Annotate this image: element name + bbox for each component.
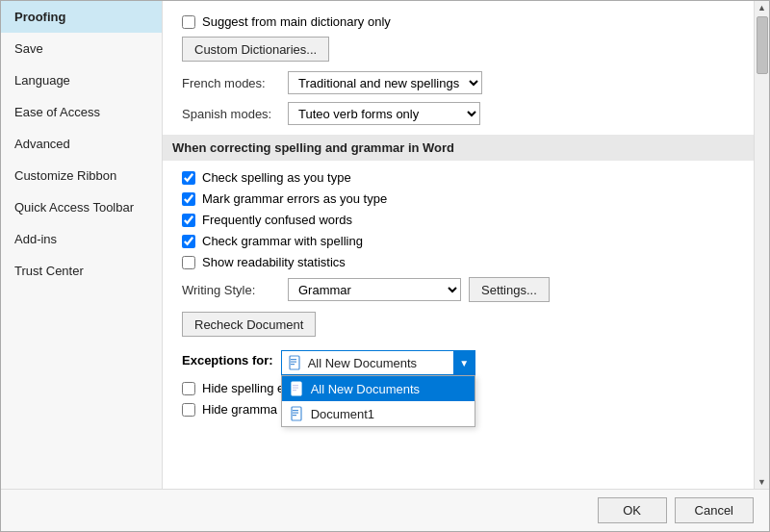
sidebar-item-trust-center[interactable]: Trust Center <box>1 255 162 287</box>
custom-dictionaries-button[interactable]: Custom Dictionaries... <box>182 37 329 62</box>
show-readability-label: Show readability statistics <box>202 255 346 269</box>
suggest-dictionary-row: Suggest from main dictionary only <box>182 14 734 29</box>
dialog-footer: OK Cancel <box>1 489 769 531</box>
down-arrow-icon: ▼ <box>757 477 766 487</box>
svg-rect-4 <box>292 382 301 395</box>
sidebar-item-customize-ribbon[interactable]: Customize Ribbon <box>1 160 162 191</box>
suggest-dictionary-label: Suggest from main dictionary only <box>202 14 391 29</box>
writing-style-label: Writing Style: <box>182 283 288 297</box>
up-arrow-icon: ▲ <box>757 3 766 13</box>
svg-rect-5 <box>293 385 298 386</box>
frequently-confused-checkbox[interactable] <box>182 214 195 227</box>
exceptions-dropdown-container: All New Documents ▼ All New Documents <box>281 350 475 375</box>
exceptions-header-row: Exceptions for: All New Documents ▼ <box>182 350 734 375</box>
spanish-modes-select[interactable]: Tuteo verb forms only <box>288 102 480 125</box>
svg-rect-7 <box>293 390 296 391</box>
hide-grammar-label: Hide gramma <box>202 402 277 417</box>
ok-button[interactable]: OK <box>598 497 667 523</box>
sidebar-item-quick-access-toolbar[interactable]: Quick Access Toolbar <box>1 191 162 223</box>
frequently-confused-label: Frequently confused words <box>202 213 352 227</box>
exceptions-doc-icon <box>288 355 303 370</box>
document1-doc-icon <box>290 406 305 421</box>
document1-label: Document1 <box>311 407 374 421</box>
dialog-body: Proofing Save Language Ease of Access Ad… <box>1 1 769 489</box>
scrollbar-down-arrow[interactable]: ▼ <box>755 475 770 489</box>
svg-rect-2 <box>291 362 296 363</box>
scrollbar-up-arrow[interactable]: ▲ <box>755 1 770 14</box>
writing-style-select[interactable]: Grammar <box>288 278 461 301</box>
check-grammar-label: Check grammar with spelling <box>202 234 363 248</box>
sidebar: Proofing Save Language Ease of Access Ad… <box>1 1 163 489</box>
sidebar-item-ease-of-access[interactable]: Ease of Access <box>1 96 162 128</box>
suggest-dictionary-checkbox[interactable] <box>182 15 195 29</box>
svg-rect-11 <box>293 415 296 416</box>
show-readability-row: Show readability statistics <box>182 255 734 269</box>
svg-rect-6 <box>293 388 298 389</box>
french-modes-row: French modes: Traditional and new spelli… <box>182 71 734 94</box>
check-grammar-checkbox[interactable] <box>182 235 195 248</box>
check-grammar-row: Check grammar with spelling <box>182 234 734 248</box>
word-options-dialog: Proofing Save Language Ease of Access Ad… <box>0 0 770 532</box>
show-readability-checkbox[interactable] <box>182 256 195 269</box>
mark-grammar-row: Mark grammar errors as you type <box>182 191 734 206</box>
svg-rect-0 <box>290 356 299 369</box>
scrollbar-thumb[interactable] <box>757 16 768 74</box>
spelling-grammar-section-header: When correcting spelling and grammar in … <box>163 135 754 161</box>
svg-rect-10 <box>293 413 298 414</box>
mark-grammar-checkbox[interactable] <box>182 192 195 206</box>
svg-rect-3 <box>291 364 295 365</box>
chevron-down-icon: ▼ <box>459 358 469 368</box>
exceptions-dropdown-button[interactable]: ▼ <box>454 350 475 375</box>
frequently-confused-row: Frequently confused words <box>182 213 734 227</box>
svg-rect-1 <box>291 359 296 360</box>
exceptions-option-all-new-docs[interactable]: All New Documents <box>282 376 475 401</box>
sidebar-item-save[interactable]: Save <box>1 33 162 64</box>
hide-spelling-checkbox[interactable] <box>182 382 195 395</box>
check-spelling-label: Check spelling as you type <box>202 170 351 185</box>
all-new-docs-doc-icon <box>290 381 305 396</box>
check-spelling-checkbox[interactable] <box>182 171 195 185</box>
spanish-modes-row: Spanish modes: Tuteo verb forms only <box>182 102 734 125</box>
exceptions-select-display[interactable]: All New Documents <box>281 350 454 375</box>
sidebar-item-proofing[interactable]: Proofing <box>1 1 162 33</box>
svg-rect-8 <box>292 407 301 420</box>
exceptions-section: Exceptions for: All New Documents ▼ <box>182 350 734 417</box>
french-modes-select[interactable]: Traditional and new spellings <box>288 71 482 94</box>
sidebar-item-language[interactable]: Language <box>1 64 162 96</box>
hide-grammar-checkbox[interactable] <box>182 403 195 417</box>
exceptions-option-document1[interactable]: Document1 <box>282 401 475 426</box>
hide-spelling-label: Hide spelling e <box>202 381 284 395</box>
main-content: Suggest from main dictionary only Custom… <box>163 1 754 489</box>
svg-rect-9 <box>293 410 298 411</box>
exceptions-selected-value: All New Documents <box>308 356 417 370</box>
cancel-button[interactable]: Cancel <box>675 497 754 523</box>
all-new-docs-label: All New Documents <box>311 382 420 396</box>
exceptions-dropdown-popup: All New Documents Document1 <box>281 375 475 427</box>
sidebar-item-advanced[interactable]: Advanced <box>1 128 162 160</box>
mark-grammar-label: Mark grammar errors as you type <box>202 191 387 206</box>
check-spelling-row: Check spelling as you type <box>182 170 734 185</box>
settings-button[interactable]: Settings... <box>469 277 550 302</box>
sidebar-item-add-ins[interactable]: Add-ins <box>1 223 162 255</box>
recheck-document-button[interactable]: Recheck Document <box>182 312 316 337</box>
exceptions-label: Exceptions for: <box>182 353 273 367</box>
recheck-row: Recheck Document <box>182 312 734 337</box>
writing-style-row: Writing Style: Grammar Settings... <box>182 277 734 302</box>
scrollbar-track: ▲ ▼ <box>754 1 769 489</box>
spanish-modes-label: Spanish modes: <box>182 107 288 121</box>
custom-dict-btn-row: Custom Dictionaries... <box>182 37 734 62</box>
french-modes-label: French modes: <box>182 76 288 90</box>
